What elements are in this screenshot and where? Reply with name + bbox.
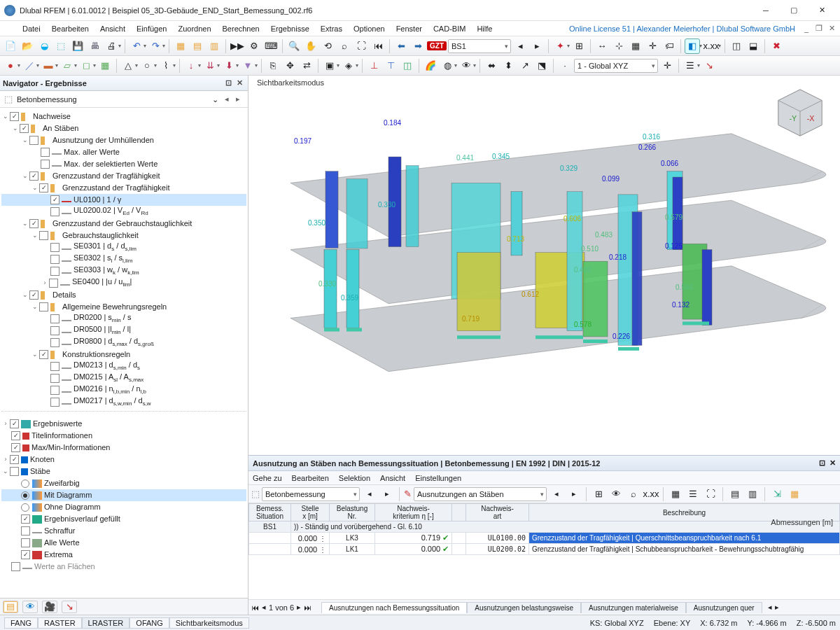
surface-icon[interactable]: ▱ — [59, 58, 75, 74]
res-menu-gehe[interactable]: Gehe zu — [253, 474, 282, 482]
nav-pin-icon[interactable]: ⊡ — [223, 78, 234, 88]
view-x-icon[interactable]: ⬌ — [484, 58, 499, 74]
open-icon[interactable]: 📂 — [20, 38, 35, 54]
res-prev-icon[interactable]: ◂ — [362, 486, 377, 502]
res-tab-3[interactable]: Ausnutzungen quer — [686, 602, 762, 613]
undo-icon[interactable]: ↶ — [129, 38, 144, 54]
new-icon[interactable]: 📄 — [3, 38, 18, 54]
loft-icon[interactable]: ◈ — [341, 58, 356, 74]
member-icon[interactable]: ▬ — [41, 58, 56, 74]
nav-close-icon[interactable]: ✕ — [234, 78, 245, 88]
redo-icon[interactable]: ↷ — [148, 38, 163, 54]
menu-cadbim[interactable]: CAD-BIM — [428, 24, 471, 33]
zoomwin-icon[interactable]: ⌕ — [337, 38, 352, 54]
rt-b7-icon[interactable]: ⛶ — [703, 486, 718, 502]
res-menu-selektion[interactable]: Selektion — [339, 474, 370, 482]
nav-type-select[interactable]: Betonbemessung — [17, 95, 221, 104]
mdi-restore[interactable]: ❐ — [813, 24, 825, 33]
nav-tab-data[interactable]: ▤ — [3, 601, 18, 613]
nav-tab-views[interactable]: 🎥 — [42, 601, 57, 613]
mdi-close[interactable]: ✕ — [826, 24, 837, 33]
mirror-icon[interactable]: ⇄ — [299, 58, 314, 74]
label-icon[interactable]: 🏷 — [662, 38, 677, 54]
tabs-scroll-left[interactable]: ◂ — [768, 603, 772, 612]
lc-first-icon[interactable]: ◂ — [512, 38, 528, 54]
lc-last-icon[interactable]: ▸ — [529, 38, 545, 54]
rt-b1-icon[interactable]: ⊞ — [591, 486, 606, 502]
zoomall-icon[interactable]: ⛶ — [354, 38, 369, 54]
lc-prev-icon[interactable]: ⬅ — [393, 38, 409, 54]
menu-extras[interactable]: Extras — [315, 24, 348, 33]
vis-mode[interactable]: Sichtbarkeitsmodus — [169, 617, 249, 629]
ucs-dot-icon[interactable]: · — [557, 58, 573, 74]
load2-icon[interactable]: ⇊ — [202, 58, 218, 74]
coords-select[interactable]: 1 - Global XYZ — [574, 59, 658, 73]
rotate-icon[interactable]: ⟲ — [320, 38, 335, 54]
ucs-icon[interactable]: ✛ — [659, 58, 675, 74]
menu-zuordnen[interactable]: Zuordnen — [172, 24, 216, 33]
nav-tab-results[interactable]: ↘ — [62, 601, 77, 613]
menu-ansicht[interactable]: Ansicht — [94, 24, 131, 33]
saveall-icon[interactable]: 🖶 — [87, 38, 102, 54]
results-pin-icon[interactable]: ⊡ — [819, 458, 825, 468]
section-icon[interactable]: ⬓ — [746, 38, 761, 54]
copy-icon[interactable]: ⎘ — [265, 58, 281, 74]
pager-prev-icon[interactable]: ◂ — [262, 603, 266, 612]
rt-b6-icon[interactable]: ☰ — [685, 486, 701, 502]
cross2-icon[interactable]: ⊤ — [383, 58, 398, 74]
help-icon[interactable]: ✖ — [769, 38, 784, 54]
load1-icon[interactable]: ↓ — [183, 58, 199, 74]
view-y-icon[interactable]: ⬍ — [500, 58, 516, 74]
res-tab-1[interactable]: Ausnutzungen belastungsweise — [467, 602, 581, 613]
menu-datei[interactable]: Datei — [17, 24, 46, 33]
menu-einfuegen[interactable]: Einfügen — [131, 24, 172, 33]
zoom-icon[interactable]: 🔍 — [286, 38, 302, 54]
nav-results-icon[interactable]: ▥ — [206, 38, 222, 54]
node-icon[interactable]: ● — [3, 58, 18, 74]
res-next-icon[interactable]: ▸ — [379, 486, 395, 502]
grid-mode[interactable]: RASTER — [38, 617, 82, 629]
rt-b3-icon[interactable]: ⌕ — [626, 486, 641, 502]
results-table[interactable]: Bemess.Situation Stellex [m] BelastungNr… — [248, 503, 840, 555]
extrude-icon[interactable]: ▣ — [322, 58, 337, 74]
cloud-icon[interactable]: ◒ — [36, 38, 52, 54]
hinge-icon[interactable]: ○ — [139, 58, 155, 74]
pager-last-icon[interactable]: ⏭ — [304, 603, 312, 612]
clip-icon[interactable]: ◫ — [729, 38, 744, 54]
dim-icon[interactable]: ↔ — [594, 38, 610, 54]
nav-data-icon[interactable]: ▦ — [173, 38, 188, 54]
res-menu-einstellungen[interactable]: Einstellungen — [415, 474, 461, 482]
blocks-icon[interactable]: ⬚ — [53, 38, 69, 54]
axis-icon[interactable]: ✛ — [645, 38, 660, 54]
menu-fenster[interactable]: Fenster — [391, 24, 428, 33]
res-p1-icon[interactable]: ◂ — [549, 486, 564, 502]
menu-ergebnisse[interactable]: Ergebnisse — [265, 24, 315, 33]
deform-on-icon[interactable]: ✦ — [552, 38, 568, 54]
solid-icon[interactable]: ▦ — [97, 58, 113, 74]
view-iso-icon[interactable]: ⬔ — [534, 58, 550, 74]
show-values-icon[interactable]: ⊞ — [571, 38, 587, 54]
osnap-mode[interactable]: OFANG — [130, 617, 169, 629]
vis-icon[interactable]: 👁 — [458, 58, 474, 74]
pan-icon[interactable]: ✋ — [303, 38, 318, 54]
spring-icon[interactable]: ⌇ — [158, 58, 174, 74]
lc-next-icon[interactable]: ➡ — [410, 38, 426, 54]
support-icon[interactable]: △ — [120, 58, 136, 74]
nav-tab-display[interactable]: 👁 — [22, 601, 38, 613]
menu-hilfe[interactable]: Hilfe — [471, 24, 498, 33]
rt-export-icon[interactable]: ⇲ — [769, 486, 785, 502]
results-tree[interactable]: ⌄Nachweise ⌄An Stäben ⌄Ausnutzung der Um… — [0, 108, 248, 598]
end-icon[interactable]: ↘ — [701, 58, 717, 74]
colormap-icon[interactable]: 🌈 — [423, 58, 438, 74]
res-menu-bearbeiten[interactable]: Bearbeiten — [292, 474, 329, 482]
close-button[interactable]: ✕ — [808, 1, 836, 20]
menu-optionen[interactable]: Optionen — [348, 24, 391, 33]
list-icon[interactable]: ☰ — [682, 58, 698, 74]
pager-next-icon[interactable]: ▸ — [297, 603, 301, 612]
render-icon[interactable]: ◧ — [685, 38, 700, 54]
nav-cube[interactable]: -Y -X — [773, 85, 827, 140]
load3-icon[interactable]: ⬇ — [221, 58, 237, 74]
res-module-select[interactable]: Betonbemessung — [262, 487, 360, 501]
opening-icon[interactable]: ◻ — [78, 58, 94, 74]
calc-icon[interactable]: ⚙ — [246, 38, 262, 54]
